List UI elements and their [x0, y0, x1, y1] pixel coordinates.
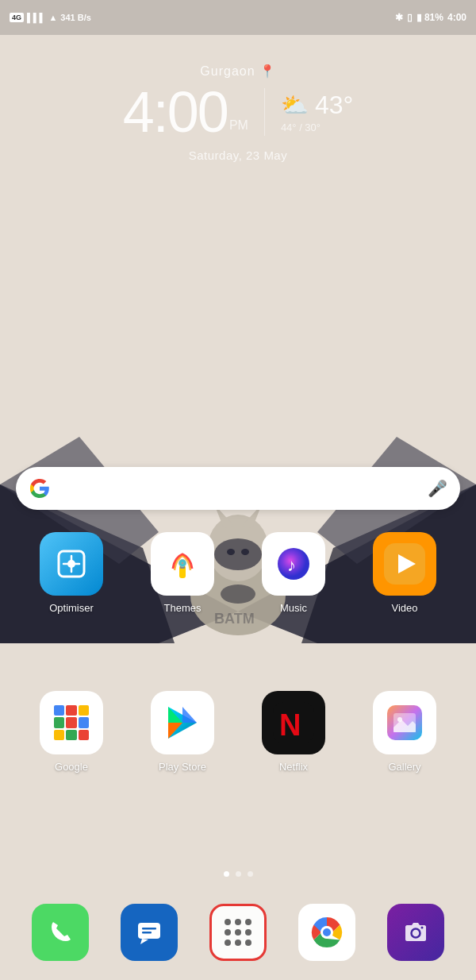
temperature-range: 44° / 30° [281, 122, 321, 133]
svg-rect-40 [142, 932, 152, 934]
apps-dot [235, 929, 241, 936]
playstore-icon[interactable] [151, 691, 214, 754]
apps-dot [225, 929, 231, 936]
page-dot-2 [236, 871, 241, 877]
clock-row: 4:00 PM ⛅ 43° 44° / 30° [123, 83, 354, 141]
gallery-label: Gallery [388, 761, 420, 773]
page-dot-1 [224, 871, 229, 877]
app-optimiser[interactable]: Optimiser [24, 532, 119, 614]
music-icon[interactable]: ♪ [262, 532, 325, 596]
phone-dock-icon[interactable] [32, 904, 89, 961]
apps-dot [245, 929, 251, 936]
carrier-badge: 4G [10, 13, 24, 22]
playstore-label: Play Store [159, 761, 206, 773]
speed-indicator: 341 B/s [60, 13, 91, 22]
apps-dot [225, 919, 231, 925]
dock-phone[interactable] [32, 904, 89, 961]
status-right: ✱ ▯ ▮ 81% 4:00 [395, 12, 466, 23]
svg-point-43 [323, 928, 331, 936]
time-weather-divider [264, 88, 265, 136]
app-google[interactable]: Google [24, 691, 119, 773]
dock [0, 885, 476, 980]
dock-apps[interactable] [209, 904, 267, 961]
google-label: Google [55, 761, 88, 773]
apps-dot [245, 939, 251, 946]
time-big: 4:00 [123, 83, 228, 141]
signal-strength: ▌▌▌ [27, 13, 45, 22]
location-pin-icon: 📍 [259, 64, 276, 79]
search-bar-container[interactable]: 🎤 [16, 467, 460, 510]
app-gallery[interactable]: Gallery [357, 691, 452, 773]
bluetooth-icon: ✱ [395, 12, 403, 23]
google-grid-icon [54, 705, 89, 740]
svg-marker-29 [182, 707, 197, 723]
apps-dot [245, 919, 251, 925]
battery-icon: ▮ 81% [416, 12, 443, 23]
google-icon[interactable] [40, 691, 103, 754]
svg-point-45 [421, 927, 424, 929]
clock-status: 4:00 [447, 12, 466, 23]
location-label: Gurgaon 📍 [200, 64, 275, 79]
gallery-icon[interactable] [373, 691, 436, 754]
app-music[interactable]: ♪ Music [246, 532, 341, 614]
svg-point-20 [178, 559, 186, 567]
optimiser-label: Optimiser [49, 602, 94, 614]
weather-temp-row: ⛅ 43° [281, 91, 353, 120]
date-display: Saturday, 23 May [189, 149, 287, 162]
weather-info: ⛅ 43° 44° / 30° [281, 91, 353, 133]
themes-icon[interactable] [151, 532, 214, 596]
camera-dock-icon[interactable] [387, 904, 444, 961]
video-label: Video [391, 602, 417, 614]
time-period: PM [229, 118, 248, 133]
music-label: Music [280, 602, 307, 614]
clock-weather-widget: Gurgaon 📍 4:00 PM ⛅ 43° 44° / 30° Saturd… [0, 64, 476, 162]
dock-messages[interactable] [121, 904, 178, 961]
app-grid-row2: Google Play Store [0, 691, 476, 773]
dock-camera[interactable] [387, 904, 444, 961]
optimiser-icon[interactable] [40, 532, 103, 596]
apps-dot [235, 919, 241, 925]
svg-point-16 [67, 560, 75, 568]
time-display: 4:00 PM [123, 83, 248, 141]
svg-text:♪: ♪ [287, 555, 296, 575]
microphone-icon[interactable]: 🎤 [428, 479, 447, 498]
app-netflix[interactable]: N Netflix [246, 691, 341, 773]
svg-rect-39 [142, 928, 156, 930]
svg-marker-38 [140, 939, 148, 944]
svg-text:N: N [279, 708, 301, 742]
apps-dot [235, 939, 241, 946]
app-grid-row1: Optimiser [0, 532, 476, 614]
messages-dock-icon[interactable] [121, 904, 178, 961]
svg-rect-37 [138, 923, 160, 939]
apps-dock-icon[interactable] [209, 904, 267, 961]
apps-dot [225, 939, 231, 946]
weather-condition-icon: ⛅ [281, 92, 309, 118]
video-icon[interactable] [373, 532, 436, 596]
page-dot-3 [248, 871, 253, 877]
search-bar[interactable]: 🎤 [16, 467, 460, 510]
vibrate-icon: ▯ [407, 12, 413, 23]
status-left: 4G ▌▌▌ ▲ 341 B/s [10, 13, 91, 22]
netflix-icon[interactable]: N [262, 691, 325, 754]
temperature-main: 43° [315, 91, 353, 120]
wifi-icon: ▲ [48, 13, 57, 22]
chrome-dock-icon[interactable] [298, 904, 355, 961]
app-themes[interactable]: Themes [135, 532, 230, 614]
app-playstore[interactable]: Play Store [135, 691, 230, 773]
dock-chrome[interactable] [298, 904, 355, 961]
apps-dots-grid [225, 919, 251, 946]
app-video[interactable]: Video [357, 532, 452, 614]
status-bar: 4G ▌▌▌ ▲ 341 B/s ✱ ▯ ▮ 81% 4:00 [0, 0, 476, 35]
netflix-label: Netflix [279, 761, 308, 773]
themes-label: Themes [164, 602, 202, 614]
google-logo [29, 477, 51, 500]
page-indicator [0, 871, 476, 877]
